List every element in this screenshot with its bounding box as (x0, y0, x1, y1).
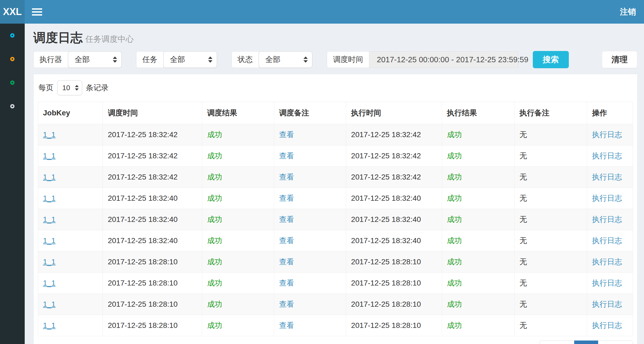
filter-toolbar: 执行器 全部 任务 全部 状态 全部 (25, 51, 644, 68)
exec-log-link[interactable]: 执行日志 (592, 300, 622, 308)
exec-log-link[interactable]: 执行日志 (592, 130, 622, 139)
handle-msg-cell: 无 (519, 279, 527, 287)
clear-log-button[interactable]: 清理 (602, 51, 637, 68)
trigger-time-cell: 2017-12-25 18:32:42 (108, 152, 178, 160)
circle-icon (10, 57, 15, 61)
job-key-link[interactable]: 1_1 (43, 152, 56, 160)
trigger-time-filter-label: 调度时间 (327, 51, 369, 68)
handle-msg-cell: 无 (519, 321, 527, 330)
job-filter-value: 全部 (170, 54, 185, 65)
status-filter-group: 状态 全部 (231, 51, 312, 68)
search-button[interactable]: 搜索 (533, 51, 569, 68)
sidebar-toggle-button[interactable] (25, 0, 49, 24)
job-key-link[interactable]: 1_1 (43, 215, 56, 224)
job-key-link[interactable]: 1_1 (43, 236, 56, 245)
sidebar-item-1[interactable] (0, 24, 25, 47)
pagination-next-button[interactable]: 下页 (598, 341, 633, 344)
trigger-msg-link[interactable]: 查看 (279, 152, 294, 160)
page-size-select[interactable]: 10 (57, 80, 82, 95)
handle-result-cell: 成功 (447, 173, 462, 181)
hamburger-icon (32, 8, 42, 16)
trigger-time-cell: 2017-12-25 18:32:42 (108, 173, 178, 181)
job-filter-label: 任务 (136, 51, 163, 68)
job-key-link[interactable]: 1_1 (43, 300, 56, 308)
trigger-msg-link[interactable]: 查看 (279, 173, 294, 181)
trigger-msg-link[interactable]: 查看 (279, 130, 294, 139)
job-filter-select[interactable]: 全部 (163, 51, 217, 68)
handle-time-cell: 2017-12-25 18:28:10 (351, 321, 421, 330)
exec-log-link[interactable]: 执行日志 (592, 279, 622, 287)
app-logo[interactable]: XXL (0, 0, 25, 24)
trigger-time-filter-group: 调度时间 2017-12-25 00:00:00 - 2017-12-25 23… (327, 51, 518, 68)
page-size-suffix-label: 条记录 (86, 83, 108, 93)
handle-result-cell: 成功 (447, 258, 462, 266)
trigger-time-cell: 2017-12-25 18:28:10 (108, 258, 178, 266)
exec-log-link[interactable]: 执行日志 (592, 236, 622, 245)
main-content: 调度日志任务调度中心 执行器 全部 任务 全部 状态 全部 (25, 24, 644, 344)
exec-log-link[interactable]: 执行日志 (592, 173, 622, 181)
handle-result-cell: 成功 (447, 300, 462, 308)
trigger-result-cell: 成功 (207, 152, 222, 160)
job-key-link[interactable]: 1_1 (43, 321, 56, 330)
circle-icon (10, 80, 15, 85)
trigger-msg-link[interactable]: 查看 (279, 258, 294, 266)
table-row: 1_12017-12-25 18:28:10成功查看2017-12-25 18:… (38, 315, 633, 336)
handle-time-cell: 2017-12-25 18:32:40 (351, 194, 421, 202)
page-subtitle: 任务调度中心 (85, 35, 134, 43)
sidebar-item-4[interactable] (0, 94, 25, 118)
handle-msg-cell: 无 (519, 173, 527, 181)
handle-msg-cell: 无 (519, 258, 527, 266)
trigger-msg-link[interactable]: 查看 (279, 279, 294, 287)
job-filter-group: 任务 全部 (136, 51, 217, 68)
exec-log-link[interactable]: 执行日志 (592, 215, 622, 224)
select-arrows-icon (75, 85, 79, 91)
trigger-time-cell: 2017-12-25 18:32:40 (108, 194, 178, 202)
trigger-msg-link[interactable]: 查看 (279, 215, 294, 224)
column-header: 调度备注 (274, 102, 346, 124)
trigger-result-cell: 成功 (207, 130, 222, 139)
pagination-page-1-button[interactable]: 1 (574, 341, 598, 344)
sidebar-item-2[interactable] (0, 47, 25, 71)
content-header: 调度日志任务调度中心 (25, 24, 644, 51)
trigger-time-range-input[interactable]: 2017-12-25 00:00:00 - 2017-12-25 23:59:5… (369, 51, 518, 68)
job-key-link[interactable]: 1_1 (43, 173, 56, 181)
trigger-msg-link[interactable]: 查看 (279, 321, 294, 330)
pagination-prev-button[interactable]: 上页 (540, 341, 574, 344)
exec-log-link[interactable]: 执行日志 (592, 152, 622, 160)
job-key-link[interactable]: 1_1 (43, 130, 56, 139)
table-row: 1_12017-12-25 18:28:10成功查看2017-12-25 18:… (38, 251, 633, 273)
exec-log-link[interactable]: 执行日志 (592, 194, 622, 202)
handle-time-cell: 2017-12-25 18:32:42 (351, 130, 421, 139)
trigger-msg-link[interactable]: 查看 (279, 236, 294, 245)
job-key-link[interactable]: 1_1 (43, 194, 56, 202)
trigger-result-cell: 成功 (207, 215, 222, 224)
handle-msg-cell: 无 (519, 194, 527, 202)
circle-icon (10, 104, 15, 108)
trigger-msg-link[interactable]: 查看 (279, 300, 294, 308)
column-header: 执行结果 (442, 102, 514, 124)
job-key-link[interactable]: 1_1 (43, 279, 56, 287)
top-navbar: XXL 注销 (0, 0, 644, 24)
table-row: 1_12017-12-25 18:28:10成功查看2017-12-25 18:… (38, 294, 633, 315)
trigger-result-cell: 成功 (207, 236, 222, 245)
pagination: 上页 1 下页 (540, 341, 633, 344)
trigger-msg-link[interactable]: 查看 (279, 194, 294, 202)
trigger-time-cell: 2017-12-25 18:28:10 (108, 321, 178, 330)
trigger-time-cell: 2017-12-25 18:32:40 (108, 236, 178, 245)
logout-link[interactable]: 注销 (620, 6, 644, 17)
executor-filter-select[interactable]: 全部 (68, 51, 122, 68)
handle-time-cell: 2017-12-25 18:32:40 (351, 215, 421, 224)
exec-log-link[interactable]: 执行日志 (592, 321, 622, 330)
executor-filter-value: 全部 (75, 54, 90, 65)
job-key-link[interactable]: 1_1 (43, 258, 56, 266)
select-arrows-icon (113, 57, 117, 63)
navbar: 注销 (25, 0, 644, 24)
status-filter-select[interactable]: 全部 (259, 51, 312, 68)
trigger-result-cell: 成功 (207, 321, 222, 330)
trigger-result-cell: 成功 (207, 173, 222, 181)
sidebar-item-3[interactable] (0, 71, 25, 94)
handle-time-cell: 2017-12-25 18:28:10 (351, 300, 421, 308)
table-row: 1_12017-12-25 18:32:42成功查看2017-12-25 18:… (38, 145, 633, 167)
exec-log-link[interactable]: 执行日志 (592, 258, 622, 266)
dispatch-log-table: JobKey调度时间调度结果调度备注执行时间执行结果执行备注操作 1_12017… (38, 102, 633, 336)
